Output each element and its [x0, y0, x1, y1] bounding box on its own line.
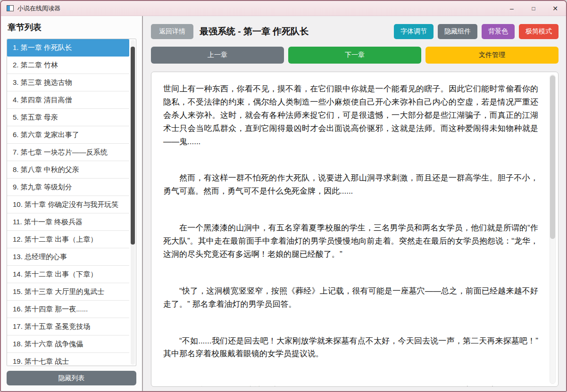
chapter-item[interactable]: 3. 第三章 挑选古物 [7, 74, 129, 91]
tool-button[interactable]: 极简模式 [519, 24, 559, 39]
chapter-list-scrollbar-thumb[interactable] [131, 47, 135, 245]
app-body: 章节列表 1. 第一章 作死队长2. 第二章 竹林3. 第三章 挑选古物4. 第… [1, 16, 566, 391]
paragraph: “不如......我们还是回去吧！大家刚放学就来探墓有点不太好，今天回去说一声，… [163, 335, 538, 361]
chapter-item[interactable]: 19. 第十七章 战士 [7, 353, 129, 366]
chapter-item[interactable]: 11. 第十一章 终极兵器 [7, 213, 129, 231]
chapter-item[interactable]: 8. 第八章 中秋的父亲 [7, 161, 129, 179]
nav-button[interactable]: 上一章 [151, 47, 284, 64]
chapter-item[interactable]: 10. 第十章 你确定没有与我开玩笑 [7, 196, 129, 213]
chapter-list: 1. 第一章 作死队长2. 第二章 竹林3. 第三章 挑选古物4. 第四章 清目… [7, 39, 129, 366]
chapter-item[interactable]: 4. 第四章 清目高僧 [7, 91, 129, 109]
hide-list-button[interactable]: 隐藏列表 [7, 371, 136, 385]
reader-scrollbar[interactable] [550, 74, 556, 384]
chapter-list-container: 1. 第一章 作死队长2. 第二章 竹林3. 第三章 挑选古物4. 第四章 清目… [7, 39, 136, 366]
paragraph: “快了，这洞横宽竖竖窄，按照《葬经》上记载，很有可能是一座墓穴——总之，前面已经… [163, 285, 538, 311]
reader-header: 返回详情 最强系统 - 第一章 作死队长 字体调节隐藏组件背景色极简模式 [151, 24, 559, 39]
chapter-item[interactable]: 7. 第七章 一块芯片——反系统 [7, 144, 129, 161]
page-title: 最强系统 - 第一章 作死队长 [200, 25, 388, 38]
reader-panel: 返回详情 最强系统 - 第一章 作死队长 字体调节隐藏组件背景色极简模式 上一章… [143, 16, 566, 391]
nav-button[interactable]: 下一章 [288, 47, 421, 64]
titlebar: 小说在线阅读器 – □ ✕ [1, 1, 566, 16]
chapter-item[interactable]: 13. 总经理的心事 [7, 248, 129, 266]
chapter-item[interactable]: 2. 第二章 竹林 [7, 57, 129, 74]
paragraph: 然而，有这样一群不怕死的作大死队，说要进入那山洞寻求刺激，而且还是一群高学生。胆… [163, 172, 538, 198]
chapter-item[interactable]: 15. 第十三章 大厅里的鬼武士 [7, 283, 129, 301]
reader-content-card: 世间上有一种东西，你看不见，摸不着，在它们眼中你就是一个能看见的瞎子。因此它们能… [151, 72, 559, 387]
nav-button[interactable]: 文件管理 [425, 47, 559, 64]
toolbar: 字体调节隐藏组件背景色极简模式 [394, 24, 559, 39]
paragraph: 世间上有一种东西，你看不见，摸不着，在它们眼中你就是一个能看见的瞎子。因此它们能… [163, 82, 538, 148]
chapter-item[interactable]: 14. 第十二章 出事（下章） [7, 266, 129, 283]
chapter-item[interactable]: 1. 第一章 作死队长 [7, 39, 129, 57]
minimize-icon[interactable]: – [501, 1, 523, 16]
paragraph: 在一个黑漆漆的山洞中，有五名穿着夏季校服的学生，三名男学员和两名女学员，他们就是… [163, 221, 538, 261]
window-controls: – □ ✕ [501, 1, 566, 16]
tool-button[interactable]: 背景色 [482, 24, 515, 39]
chapter-sidebar: 章节列表 1. 第一章 作死队长2. 第二章 竹林3. 第三章 挑选古物4. 第… [1, 16, 143, 391]
maximize-icon[interactable]: □ [523, 1, 544, 16]
close-icon[interactable]: ✕ [544, 1, 566, 16]
chapter-item[interactable]: 5. 第五章 母亲 [7, 109, 129, 126]
reader-text: 世间上有一种东西，你看不见，摸不着，在它们眼中你就是一个能看见的瞎子。因此它们能… [151, 72, 547, 386]
app-window: 小说在线阅读器 – □ ✕ 章节列表 1. 第一章 作死队长2. 第二章 竹林3… [0, 0, 567, 392]
chapter-item[interactable]: 17. 第十五章 圣冕竞技场 [7, 318, 129, 335]
chapter-item[interactable]: 12. 第十二章 出事（上章） [7, 231, 129, 248]
chapter-list-scrollbar[interactable] [131, 40, 135, 365]
reader-scrollbar-thumb[interactable] [550, 75, 555, 239]
paragraph: 只不过她的建议很快被否决了，因为走在她前面的那个男学员回答：“不行！大家好不容易… [163, 384, 538, 386]
chapter-item[interactable]: 9. 第九章 等级划分 [7, 179, 129, 196]
chapter-item[interactable]: 6. 第六章 龙家出事了 [7, 126, 129, 144]
app-icon [7, 5, 14, 11]
chapter-nav: 上一章下一章文件管理 [151, 47, 559, 64]
window-title: 小说在线阅读器 [17, 4, 60, 13]
tool-button[interactable]: 隐藏组件 [438, 24, 477, 39]
sidebar-title: 章节列表 [8, 22, 135, 33]
back-to-details-button[interactable]: 返回详情 [151, 24, 193, 39]
chapter-item[interactable]: 16. 第十四章 那一夜...... [7, 301, 129, 318]
chapter-item[interactable]: 18. 第十六章 战争傀儡 [7, 335, 129, 353]
tool-button[interactable]: 字体调节 [394, 24, 434, 39]
